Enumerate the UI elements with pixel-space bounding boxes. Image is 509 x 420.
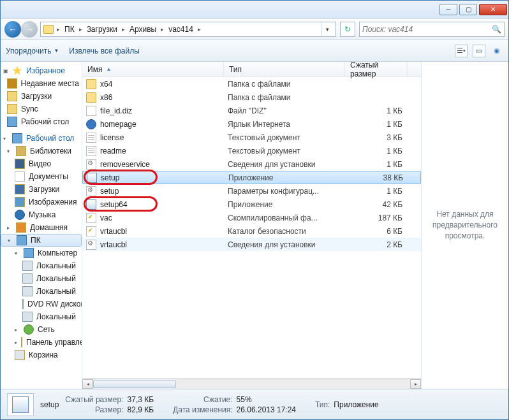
dvd-icon <box>22 299 24 309</box>
file-row[interactable]: x86Папка с файлами <box>82 91 421 104</box>
folder-icon <box>86 92 96 103</box>
music-icon <box>15 210 25 220</box>
sidebar-item-home[interactable]: ▸Домашняя <box>1 221 82 234</box>
sidebar-item-sync[interactable]: Sync <box>1 103 82 115</box>
extract-all-button[interactable]: Извлечь все файлы <box>69 47 139 55</box>
sidebar-item-images[interactable]: Изображения <box>1 196 82 208</box>
chevron-right-icon[interactable]: ▸ <box>55 26 62 33</box>
scroll-track[interactable] <box>93 379 410 389</box>
file-name: x86 <box>100 93 228 102</box>
chevron-right-icon[interactable]: ▸ <box>77 26 84 33</box>
file-row[interactable]: setup64Приложение42 КБ <box>82 198 421 211</box>
pc-icon <box>17 235 27 245</box>
sidebar-item-computer[interactable]: ▾Компьютер <box>1 247 82 259</box>
file-type: Текстовый документ <box>228 147 349 156</box>
file-row[interactable]: setupПараметры конфигурац...1 КБ <box>82 184 421 198</box>
preview-pane-button[interactable]: ▭ <box>473 45 485 57</box>
disk-icon <box>22 273 33 284</box>
sidebar-item-downloads2[interactable]: Загрузки <box>1 183 82 196</box>
breadcrumb[interactable]: vac414 <box>167 25 195 34</box>
column-header-type[interactable]: Тип <box>224 62 345 76</box>
cert-icon <box>86 226 96 236</box>
refresh-button[interactable]: ↻ <box>340 22 355 37</box>
file-row[interactable]: readmeТекстовый документ1 КБ <box>82 144 421 157</box>
sidebar-item-downloads[interactable]: Загрузки <box>1 90 82 103</box>
breadcrumb[interactable]: Архивы <box>128 25 158 34</box>
file-name: readme <box>100 147 228 156</box>
address-bar[interactable]: ▸ ПК ▸ Загрузки ▸ Архивы ▸ vac414 ▸ ▾ <box>40 22 336 37</box>
file-row[interactable]: vrtaucblСведения для установки2 КБ <box>82 238 421 251</box>
preview-empty-text: Нет данных для предварительного просмотр… <box>428 209 502 241</box>
sidebar-item-net[interactable]: ▸Сеть <box>1 323 82 336</box>
file-row[interactable]: x64Папка с файлами <box>82 77 421 91</box>
chevron-right-icon[interactable]: ▸ <box>196 26 203 33</box>
minimize-button[interactable]: ─ <box>439 4 457 15</box>
monitor-icon <box>7 117 17 127</box>
csize-label: Сжатый размер: <box>65 395 123 404</box>
date-label: Дата изменения: <box>173 405 233 414</box>
column-header-size[interactable]: Сжатый размер <box>345 62 408 76</box>
file-row[interactable]: licenseТекстовый документ3 КБ <box>82 131 421 144</box>
sidebar-item-drive[interactable]: Локальный <box>1 272 82 285</box>
file-size: 42 КБ <box>349 200 406 209</box>
scroll-right-button[interactable]: ▸ <box>410 379 421 389</box>
desktop-header[interactable]: ▾Рабочий стол <box>1 132 82 145</box>
file-size: 6 КБ <box>349 227 406 236</box>
file-icon <box>86 106 96 116</box>
sidebar-item-video[interactable]: Видео <box>1 157 82 170</box>
back-button[interactable]: ← <box>4 21 21 38</box>
file-list[interactable]: x64Папка с файламиx86Папка с файламиfile… <box>82 77 421 378</box>
sidebar-item-music[interactable]: Музыка <box>1 208 82 221</box>
scroll-thumb[interactable] <box>93 380 176 388</box>
file-size: 1 КБ <box>349 160 406 169</box>
chevron-right-icon[interactable]: ▸ <box>120 26 127 33</box>
file-row[interactable]: file_id.dizФайл "DIZ"1 КБ <box>82 104 421 117</box>
chevron-right-icon[interactable]: ▸ <box>159 26 166 33</box>
sidebar-item-pc[interactable]: ▾ПК <box>1 234 82 247</box>
sidebar-item-dvd[interactable]: DVD RW дисковод <box>1 298 82 310</box>
folder-icon <box>7 91 17 101</box>
globe-icon <box>86 119 96 129</box>
folder-icon <box>43 25 54 34</box>
file-row[interactable]: vrtaucblКаталог безопасности6 КБ <box>82 224 421 238</box>
file-row[interactable]: vacСкомпилированный фа...187 КБ <box>82 211 421 224</box>
sidebar-item-drive[interactable]: Локальный <box>1 285 82 298</box>
sidebar-item-drive[interactable]: Локальный <box>1 310 82 323</box>
monitor-icon <box>12 133 22 143</box>
help-button[interactable]: ◉ <box>491 45 503 57</box>
bin-icon <box>15 350 25 360</box>
type-value: Приложение <box>334 400 378 409</box>
organize-button[interactable]: Упорядочить ▼ <box>6 47 59 55</box>
sidebar-item-documents[interactable]: Документы <box>1 170 82 183</box>
maximize-button[interactable]: ▢ <box>459 4 477 15</box>
favorites-header[interactable]: ▣Избранное <box>1 64 82 77</box>
search-input[interactable] <box>362 25 492 34</box>
breadcrumb[interactable]: ПК <box>63 25 76 34</box>
sidebar-item-panel[interactable]: ▸Панель управления <box>1 336 82 349</box>
forward-button[interactable]: → <box>21 21 38 38</box>
sidebar-item-desktop[interactable]: Рабочий стол <box>1 115 82 128</box>
horizontal-scrollbar[interactable]: ◂ ▸ <box>82 378 421 389</box>
scroll-left-button[interactable]: ◂ <box>82 379 93 389</box>
file-row[interactable]: removeserviceСведения для установки1 КБ <box>82 157 421 171</box>
date-value: 26.06.2013 17:24 <box>237 405 296 414</box>
image-icon <box>15 197 25 207</box>
file-size: 38 КБ <box>350 173 407 182</box>
titlebar: ─ ▢ ✕ <box>1 1 508 18</box>
column-header-name[interactable]: Имя▲ <box>82 62 224 76</box>
view-button[interactable]: ☰▾ <box>455 45 468 57</box>
file-row[interactable]: homepageЯрлык Интернета1 КБ <box>82 117 421 131</box>
search-box[interactable]: 🔍 <box>359 22 505 37</box>
sidebar-item-recent[interactable]: Недавние места <box>1 77 82 90</box>
user-icon <box>16 222 26 233</box>
file-row[interactable]: setupПриложение38 КБ <box>82 171 421 184</box>
sidebar-item-drive[interactable]: Локальный <box>1 259 82 272</box>
network-icon <box>24 324 34 335</box>
address-dropdown[interactable]: ▾ <box>321 22 333 36</box>
sidebar-item-libraries[interactable]: ▾Библиотеки <box>1 145 82 157</box>
app-icon <box>86 199 96 210</box>
close-button[interactable]: ✕ <box>479 4 507 15</box>
breadcrumb[interactable]: Загрузки <box>85 25 119 34</box>
sidebar-item-bin[interactable]: Корзина <box>1 349 82 361</box>
file-size: 1 КБ <box>349 120 406 129</box>
